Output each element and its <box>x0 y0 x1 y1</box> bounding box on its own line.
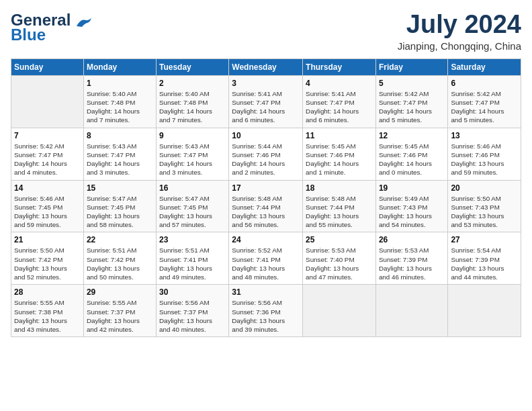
calendar-cell: 25Sunrise: 5:53 AM Sunset: 7:40 PM Dayli… <box>303 232 376 285</box>
day-number: 31 <box>232 287 300 297</box>
week-row-2: 7Sunrise: 5:42 AM Sunset: 7:47 PM Daylig… <box>11 128 521 180</box>
day-number: 14 <box>14 183 81 193</box>
calendar-cell <box>375 285 447 337</box>
weekday-header-monday: Monday <box>83 58 156 75</box>
day-info: Sunrise: 5:46 AM Sunset: 7:45 PM Dayligh… <box>14 194 81 230</box>
calendar-cell: 13Sunrise: 5:46 AM Sunset: 7:46 PM Dayli… <box>448 128 521 180</box>
logo-text-general: General <box>11 11 71 29</box>
day-info: Sunrise: 5:53 AM Sunset: 7:39 PM Dayligh… <box>379 246 445 281</box>
title-block: July 2024 Jianping, Chongqing, China <box>398 11 521 52</box>
day-number: 4 <box>306 79 373 88</box>
day-info: Sunrise: 5:43 AM Sunset: 7:47 PM Dayligh… <box>87 142 153 177</box>
calendar-cell: 15Sunrise: 5:47 AM Sunset: 7:45 PM Dayli… <box>83 180 156 232</box>
calendar-cell: 20Sunrise: 5:50 AM Sunset: 7:43 PM Dayli… <box>448 180 521 232</box>
day-number: 25 <box>306 235 373 244</box>
day-info: Sunrise: 5:50 AM Sunset: 7:43 PM Dayligh… <box>451 194 518 230</box>
day-info: Sunrise: 5:46 AM Sunset: 7:46 PM Dayligh… <box>451 142 518 177</box>
day-info: Sunrise: 5:49 AM Sunset: 7:43 PM Dayligh… <box>379 194 445 230</box>
day-number: 1 <box>87 79 153 88</box>
day-info: Sunrise: 5:40 AM Sunset: 7:48 PM Dayligh… <box>87 89 153 125</box>
day-info: Sunrise: 5:42 AM Sunset: 7:47 PM Dayligh… <box>379 89 445 125</box>
day-number: 17 <box>232 183 300 193</box>
calendar-cell: 12Sunrise: 5:45 AM Sunset: 7:46 PM Dayli… <box>375 128 447 180</box>
calendar-cell: 6Sunrise: 5:42 AM Sunset: 7:47 PM Daylig… <box>448 75 521 128</box>
calendar-cell: 2Sunrise: 5:40 AM Sunset: 7:48 PM Daylig… <box>156 75 228 128</box>
page-container: General Blue July 2024 Jianping, Chongqi… <box>0 0 532 344</box>
day-number: 15 <box>87 183 153 193</box>
day-info: Sunrise: 5:50 AM Sunset: 7:42 PM Dayligh… <box>14 246 81 281</box>
calendar-cell: 29Sunrise: 5:55 AM Sunset: 7:37 PM Dayli… <box>83 285 156 337</box>
day-number: 28 <box>14 287 81 297</box>
calendar-cell: 30Sunrise: 5:56 AM Sunset: 7:37 PM Dayli… <box>156 285 228 337</box>
weekday-header-thursday: Thursday <box>303 58 376 75</box>
header-row: SundayMondayTuesdayWednesdayThursdayFrid… <box>11 58 521 75</box>
day-number: 19 <box>379 183 445 193</box>
day-info: Sunrise: 5:47 AM Sunset: 7:45 PM Dayligh… <box>159 194 226 230</box>
day-number: 22 <box>87 235 153 244</box>
day-number: 3 <box>232 79 300 88</box>
day-number: 23 <box>159 235 226 244</box>
day-info: Sunrise: 5:41 AM Sunset: 7:47 PM Dayligh… <box>232 89 300 125</box>
logo-bird-icon <box>75 17 94 29</box>
calendar-cell: 9Sunrise: 5:43 AM Sunset: 7:47 PM Daylig… <box>156 128 228 180</box>
day-info: Sunrise: 5:55 AM Sunset: 7:38 PM Dayligh… <box>14 298 81 334</box>
day-number: 29 <box>87 287 153 297</box>
day-info: Sunrise: 5:51 AM Sunset: 7:41 PM Dayligh… <box>159 246 226 281</box>
day-info: Sunrise: 5:44 AM Sunset: 7:46 PM Dayligh… <box>232 142 300 177</box>
calendar-cell <box>11 75 84 128</box>
calendar-cell: 7Sunrise: 5:42 AM Sunset: 7:47 PM Daylig… <box>11 128 84 180</box>
calendar-cell: 23Sunrise: 5:51 AM Sunset: 7:41 PM Dayli… <box>156 232 228 285</box>
calendar-cell: 5Sunrise: 5:42 AM Sunset: 7:47 PM Daylig… <box>375 75 447 128</box>
month-title: July 2024 <box>398 11 521 39</box>
calendar-cell: 31Sunrise: 5:56 AM Sunset: 7:36 PM Dayli… <box>229 285 303 337</box>
day-info: Sunrise: 5:43 AM Sunset: 7:47 PM Dayligh… <box>159 142 226 177</box>
weekday-header-friday: Friday <box>375 58 447 75</box>
calendar-cell: 18Sunrise: 5:48 AM Sunset: 7:44 PM Dayli… <box>303 180 376 232</box>
week-row-5: 28Sunrise: 5:55 AM Sunset: 7:38 PM Dayli… <box>11 285 521 337</box>
week-row-3: 14Sunrise: 5:46 AM Sunset: 7:45 PM Dayli… <box>11 180 521 232</box>
day-number: 27 <box>451 235 518 244</box>
day-info: Sunrise: 5:42 AM Sunset: 7:47 PM Dayligh… <box>451 89 518 125</box>
weekday-header-saturday: Saturday <box>448 58 521 75</box>
calendar-cell <box>303 285 376 337</box>
day-number: 30 <box>159 287 226 297</box>
calendar-cell: 27Sunrise: 5:54 AM Sunset: 7:39 PM Dayli… <box>448 232 521 285</box>
calendar-cell: 26Sunrise: 5:53 AM Sunset: 7:39 PM Dayli… <box>375 232 447 285</box>
calendar-cell: 1Sunrise: 5:40 AM Sunset: 7:48 PM Daylig… <box>83 75 156 128</box>
day-info: Sunrise: 5:40 AM Sunset: 7:48 PM Dayligh… <box>159 89 226 125</box>
calendar-cell: 14Sunrise: 5:46 AM Sunset: 7:45 PM Dayli… <box>11 180 84 232</box>
header: General Blue July 2024 Jianping, Chongqi… <box>11 11 521 52</box>
day-number: 10 <box>232 131 300 140</box>
calendar-cell: 10Sunrise: 5:44 AM Sunset: 7:46 PM Dayli… <box>229 128 303 180</box>
day-info: Sunrise: 5:51 AM Sunset: 7:42 PM Dayligh… <box>87 246 153 281</box>
day-info: Sunrise: 5:45 AM Sunset: 7:46 PM Dayligh… <box>379 142 445 177</box>
day-number: 7 <box>14 131 81 140</box>
calendar-cell: 24Sunrise: 5:52 AM Sunset: 7:41 PM Dayli… <box>229 232 303 285</box>
day-number: 20 <box>451 183 518 193</box>
day-info: Sunrise: 5:56 AM Sunset: 7:37 PM Dayligh… <box>159 298 226 334</box>
calendar-cell: 17Sunrise: 5:48 AM Sunset: 7:44 PM Dayli… <box>229 180 303 232</box>
calendar-cell: 11Sunrise: 5:45 AM Sunset: 7:46 PM Dayli… <box>303 128 376 180</box>
day-info: Sunrise: 5:56 AM Sunset: 7:36 PM Dayligh… <box>232 298 300 334</box>
calendar-cell: 4Sunrise: 5:41 AM Sunset: 7:47 PM Daylig… <box>303 75 376 128</box>
day-info: Sunrise: 5:54 AM Sunset: 7:39 PM Dayligh… <box>451 246 518 281</box>
week-row-4: 21Sunrise: 5:50 AM Sunset: 7:42 PM Dayli… <box>11 232 521 285</box>
day-number: 21 <box>14 235 81 244</box>
day-number: 2 <box>159 79 226 88</box>
day-info: Sunrise: 5:45 AM Sunset: 7:46 PM Dayligh… <box>306 142 373 177</box>
day-info: Sunrise: 5:41 AM Sunset: 7:47 PM Dayligh… <box>306 89 373 125</box>
location-text: Jianping, Chongqing, China <box>398 40 521 52</box>
calendar-cell: 16Sunrise: 5:47 AM Sunset: 7:45 PM Dayli… <box>156 180 228 232</box>
calendar-cell <box>448 285 521 337</box>
weekday-header-sunday: Sunday <box>11 58 84 75</box>
weekday-header-wednesday: Wednesday <box>229 58 303 75</box>
day-number: 24 <box>232 235 300 244</box>
calendar-table: SundayMondayTuesdayWednesdayThursdayFrid… <box>11 58 521 337</box>
day-info: Sunrise: 5:48 AM Sunset: 7:44 PM Dayligh… <box>232 194 300 230</box>
calendar-cell: 22Sunrise: 5:51 AM Sunset: 7:42 PM Dayli… <box>83 232 156 285</box>
week-row-1: 1Sunrise: 5:40 AM Sunset: 7:48 PM Daylig… <box>11 75 521 128</box>
calendar-cell: 28Sunrise: 5:55 AM Sunset: 7:38 PM Dayli… <box>11 285 84 337</box>
day-info: Sunrise: 5:47 AM Sunset: 7:45 PM Dayligh… <box>87 194 153 230</box>
weekday-header-tuesday: Tuesday <box>156 58 228 75</box>
day-info: Sunrise: 5:52 AM Sunset: 7:41 PM Dayligh… <box>232 246 300 281</box>
